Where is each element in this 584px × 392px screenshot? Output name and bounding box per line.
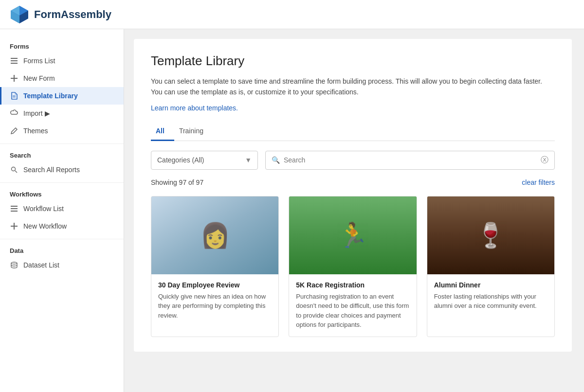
page-description: You can select a template to save time a… — [151, 76, 555, 98]
template-card-5k-race[interactable]: 🏃 5K Race Registration Purchasing regist… — [289, 196, 417, 337]
search-icon: 🔍 — [272, 156, 280, 164]
template-name-5k-race: 5K Race Registration — [296, 281, 409, 289]
sidebar-item-import[interactable]: Import ▶ — [0, 105, 124, 122]
plus-icon-new-form — [10, 74, 18, 83]
category-dropdown[interactable]: Categories (All) ▼ — [151, 151, 258, 170]
tab-training[interactable]: Training — [174, 122, 213, 141]
sidebar-item-workflow-list[interactable]: Workflow List — [0, 200, 124, 217]
svg-rect-9 — [11, 78, 18, 79]
svg-rect-14 — [11, 206, 18, 207]
sidebar-item-dataset-list[interactable]: Dataset List — [0, 256, 124, 274]
template-desc-alumni-dinner: Foster lasting relationships with your a… — [434, 292, 548, 311]
content-card: Template Library You can select a templa… — [134, 39, 572, 352]
sidebar-item-themes[interactable]: Themes — [0, 122, 124, 140]
chevron-down-icon: ▼ — [245, 156, 252, 164]
svg-rect-5 — [11, 58, 18, 59]
sidebar-divider-1 — [0, 143, 124, 144]
template-card-employee-review[interactable]: 👩 30 Day Employee Review Quickly give ne… — [151, 196, 279, 337]
logo-area: FormAssembly — [10, 5, 111, 24]
sidebar-label-forms-list: Forms List — [23, 57, 55, 65]
svg-rect-15 — [11, 208, 18, 209]
sidebar-label-workflow-list: Workflow List — [23, 205, 64, 213]
database-icon — [10, 261, 18, 269]
sidebar-label-import: Import ▶ — [23, 109, 50, 117]
main-layout: Forms Forms List New Form Template Libra… — [0, 29, 584, 392]
sidebar-label-new-workflow: New Workflow — [23, 222, 67, 230]
template-info-5k-race: 5K Race Registration Purchasing registra… — [289, 274, 416, 337]
sidebar-section-forms: Forms Forms List New Form Template Libra… — [0, 39, 124, 140]
templates-grid: 👩 30 Day Employee Review Quickly give ne… — [151, 196, 555, 337]
list-icon — [10, 56, 18, 65]
app-header: FormAssembly — [0, 0, 584, 29]
template-image-alumni-dinner: 🍷 — [427, 196, 554, 274]
sidebar: Forms Forms List New Form Template Libra… — [0, 29, 124, 392]
page-title: Template Library — [151, 53, 555, 69]
file-icon — [10, 91, 18, 100]
sidebar-label-dataset-list: Dataset List — [23, 261, 59, 269]
sidebar-section-data: Data Dataset List — [0, 243, 124, 274]
sidebar-label-template-library: Template Library — [23, 92, 78, 100]
svg-point-12 — [12, 167, 16, 171]
template-desc-employee-review: Quickly give new hires an idea on how th… — [158, 292, 272, 321]
sidebar-divider-2 — [0, 182, 124, 183]
template-name-alumni-dinner: Alumni Dinner — [434, 281, 548, 289]
template-search-box: 🔍 ⓧ — [265, 151, 555, 170]
sidebar-section-title-search: Search — [0, 148, 124, 161]
sidebar-section-workflows: Workflows Workflow List New Workflow — [0, 187, 124, 235]
sidebar-divider-3 — [0, 239, 124, 239]
logo-text: FormAssembly — [34, 8, 111, 21]
clear-filters-link[interactable]: clear filters — [522, 178, 555, 186]
results-row: Showing 97 of 97 clear filters — [151, 178, 555, 186]
template-desc-5k-race: Purchasing registration to an event does… — [296, 292, 409, 330]
tab-all[interactable]: All — [151, 122, 174, 141]
sidebar-section-search: Search Search All Reports — [0, 148, 124, 178]
sidebar-item-search-all-reports[interactable]: Search All Reports — [0, 161, 124, 178]
svg-rect-6 — [11, 60, 18, 61]
formassembly-logo-icon — [10, 5, 29, 24]
search-icon-sidebar — [10, 165, 18, 174]
pen-icon — [10, 126, 18, 135]
cloud-icon — [10, 109, 18, 118]
svg-point-19 — [11, 262, 17, 264]
clear-search-icon[interactable]: ⓧ — [541, 155, 548, 165]
sidebar-section-title-data: Data — [0, 243, 124, 256]
sidebar-item-new-workflow[interactable]: New Workflow — [0, 217, 124, 235]
svg-rect-16 — [11, 211, 18, 212]
sidebar-label-search-all-reports: Search All Reports — [23, 166, 80, 174]
svg-rect-18 — [11, 226, 18, 227]
sidebar-label-themes: Themes — [23, 127, 48, 135]
sidebar-item-template-library[interactable]: Template Library — [0, 87, 124, 105]
filters-row: Categories (All) ▼ 🔍 ⓧ — [151, 151, 555, 170]
category-dropdown-label: Categories (All) — [157, 156, 204, 164]
svg-rect-7 — [11, 63, 18, 64]
results-count: Showing 97 of 97 — [151, 178, 203, 186]
sidebar-section-title-forms: Forms — [0, 39, 124, 52]
sidebar-item-new-form[interactable]: New Form — [0, 70, 124, 87]
svg-line-13 — [15, 171, 17, 173]
tabs-row: All Training — [151, 122, 555, 141]
template-card-alumni-dinner[interactable]: 🍷 Alumni Dinner Foster lasting relations… — [427, 196, 555, 337]
template-info-employee-review: 30 Day Employee Review Quickly give new … — [151, 274, 278, 327]
content-area: Template Library You can select a templa… — [124, 29, 584, 392]
sidebar-label-new-form: New Form — [23, 74, 55, 82]
template-image-employee-review: 👩 — [151, 196, 278, 274]
plus-icon-new-workflow — [10, 222, 18, 231]
template-info-alumni-dinner: Alumni Dinner Foster lasting relationshi… — [427, 274, 554, 318]
sidebar-section-title-workflows: Workflows — [0, 187, 124, 200]
list-icon-workflows — [10, 204, 18, 213]
template-name-employee-review: 30 Day Employee Review — [158, 281, 272, 289]
learn-more-link[interactable]: Learn more about templates. — [151, 104, 238, 112]
template-image-5k-race: 🏃 — [289, 196, 416, 274]
template-search-input[interactable] — [284, 156, 537, 164]
sidebar-item-forms-list[interactable]: Forms List — [0, 52, 124, 70]
